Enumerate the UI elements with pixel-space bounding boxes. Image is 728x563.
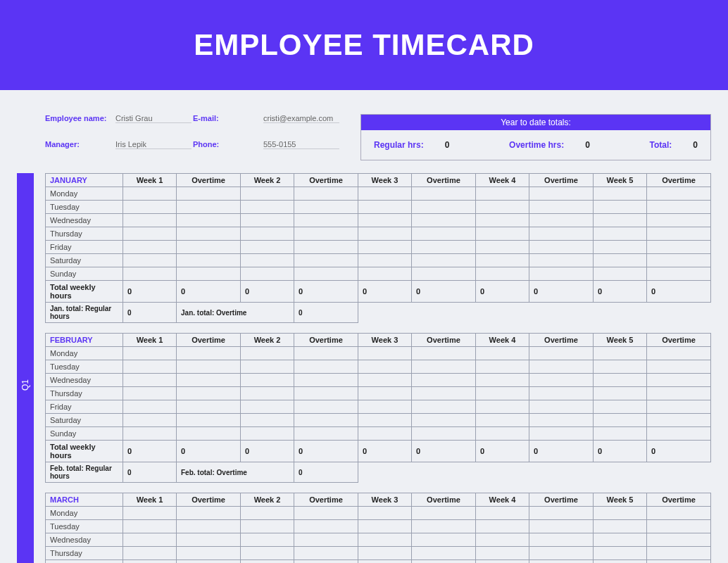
cell[interactable]	[240, 187, 294, 201]
cell[interactable]	[294, 201, 358, 214]
phone-value[interactable]: 555-0155	[263, 140, 339, 149]
cell[interactable]	[240, 201, 294, 214]
cell[interactable]	[358, 533, 411, 547]
cell[interactable]	[177, 360, 241, 374]
cell[interactable]	[240, 360, 294, 374]
cell[interactable]	[358, 227, 411, 241]
cell[interactable]	[529, 214, 593, 227]
cell[interactable]	[646, 214, 710, 227]
cell[interactable]	[529, 547, 593, 560]
cell[interactable]	[411, 427, 475, 441]
cell[interactable]	[646, 387, 710, 400]
cell[interactable]	[593, 427, 646, 441]
cell[interactable]	[240, 227, 294, 241]
cell[interactable]	[177, 507, 241, 520]
cell[interactable]	[294, 374, 358, 387]
cell[interactable]	[240, 374, 294, 387]
cell[interactable]	[123, 387, 177, 400]
cell[interactable]	[593, 214, 646, 227]
cell[interactable]	[646, 241, 710, 254]
cell[interactable]	[240, 507, 294, 520]
cell[interactable]	[123, 267, 177, 281]
cell[interactable]	[123, 400, 177, 414]
cell[interactable]	[411, 414, 475, 427]
cell[interactable]	[411, 374, 475, 387]
cell[interactable]	[475, 507, 529, 520]
cell[interactable]	[123, 533, 177, 547]
cell[interactable]	[593, 201, 646, 214]
cell[interactable]	[411, 400, 475, 414]
cell[interactable]	[177, 374, 241, 387]
cell[interactable]	[646, 547, 710, 560]
cell[interactable]	[177, 227, 241, 241]
cell[interactable]	[123, 254, 177, 267]
cell[interactable]	[411, 267, 475, 281]
cell[interactable]	[411, 387, 475, 400]
cell[interactable]	[358, 414, 411, 427]
cell[interactable]	[177, 254, 241, 267]
cell[interactable]	[177, 560, 241, 564]
cell[interactable]	[646, 533, 710, 547]
cell[interactable]	[646, 427, 710, 441]
cell[interactable]	[123, 547, 177, 560]
cell[interactable]	[593, 507, 646, 520]
cell[interactable]	[475, 214, 529, 227]
cell[interactable]	[411, 360, 475, 374]
cell[interactable]	[529, 227, 593, 241]
cell[interactable]	[123, 187, 177, 201]
cell[interactable]	[240, 414, 294, 427]
cell[interactable]	[593, 374, 646, 387]
cell[interactable]	[475, 400, 529, 414]
cell[interactable]	[358, 560, 411, 564]
cell[interactable]	[411, 201, 475, 214]
cell[interactable]	[593, 360, 646, 374]
cell[interactable]	[475, 414, 529, 427]
cell[interactable]	[646, 201, 710, 214]
cell[interactable]	[240, 254, 294, 267]
cell[interactable]	[529, 201, 593, 214]
cell[interactable]	[593, 520, 646, 533]
cell[interactable]	[529, 347, 593, 360]
cell[interactable]	[593, 387, 646, 400]
cell[interactable]	[123, 560, 177, 564]
cell[interactable]	[529, 400, 593, 414]
cell[interactable]	[294, 507, 358, 520]
cell[interactable]	[294, 347, 358, 360]
cell[interactable]	[240, 214, 294, 227]
cell[interactable]	[123, 507, 177, 520]
cell[interactable]	[240, 427, 294, 441]
cell[interactable]	[475, 360, 529, 374]
cell[interactable]	[177, 520, 241, 533]
cell[interactable]	[294, 187, 358, 201]
cell[interactable]	[123, 414, 177, 427]
cell[interactable]	[411, 187, 475, 201]
cell[interactable]	[294, 254, 358, 267]
cell[interactable]	[646, 347, 710, 360]
cell[interactable]	[358, 360, 411, 374]
cell[interactable]	[411, 214, 475, 227]
cell[interactable]	[529, 187, 593, 201]
email-value[interactable]: cristi@example.com	[263, 114, 339, 123]
cell[interactable]	[123, 201, 177, 214]
employee-name-value[interactable]: Cristi Grau	[115, 114, 192, 123]
cell[interactable]	[411, 347, 475, 360]
cell[interactable]	[358, 387, 411, 400]
cell[interactable]	[240, 387, 294, 400]
cell[interactable]	[529, 254, 593, 267]
cell[interactable]	[475, 187, 529, 201]
cell[interactable]	[358, 427, 411, 441]
cell[interactable]	[240, 267, 294, 281]
cell[interactable]	[646, 520, 710, 533]
cell[interactable]	[529, 414, 593, 427]
cell[interactable]	[646, 360, 710, 374]
cell[interactable]	[529, 374, 593, 387]
cell[interactable]	[294, 360, 358, 374]
cell[interactable]	[177, 347, 241, 360]
cell[interactable]	[593, 267, 646, 281]
cell[interactable]	[358, 187, 411, 201]
cell[interactable]	[294, 427, 358, 441]
cell[interactable]	[294, 560, 358, 564]
cell[interactable]	[123, 241, 177, 254]
cell[interactable]	[529, 267, 593, 281]
cell[interactable]	[529, 533, 593, 547]
